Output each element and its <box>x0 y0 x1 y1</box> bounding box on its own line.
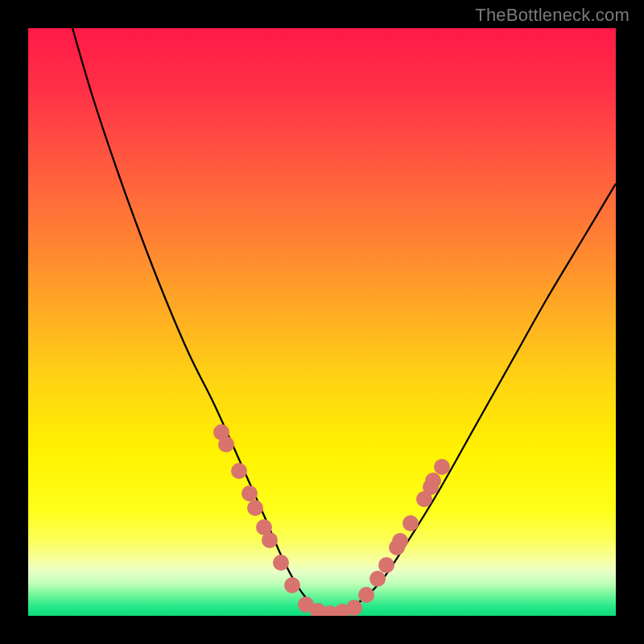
chart-frame: TheBottleneck.com <box>0 0 644 644</box>
data-marker <box>273 555 289 571</box>
data-marker <box>262 532 278 548</box>
data-marker <box>284 577 300 593</box>
data-marker <box>425 473 441 489</box>
data-marker <box>231 463 247 479</box>
data-marker <box>247 500 263 516</box>
curve-layer <box>28 28 616 616</box>
data-marker <box>346 600 362 616</box>
data-marker <box>402 515 419 531</box>
marker-group <box>213 424 450 616</box>
plot-area <box>28 28 616 616</box>
data-marker <box>242 485 258 502</box>
data-marker <box>392 533 408 549</box>
data-marker <box>378 557 394 573</box>
data-marker <box>369 571 386 587</box>
watermark-text: TheBottleneck.com <box>475 5 630 26</box>
data-marker <box>358 587 374 603</box>
data-marker <box>434 459 450 475</box>
data-marker <box>218 436 234 452</box>
bottleneck-curve <box>72 28 616 613</box>
